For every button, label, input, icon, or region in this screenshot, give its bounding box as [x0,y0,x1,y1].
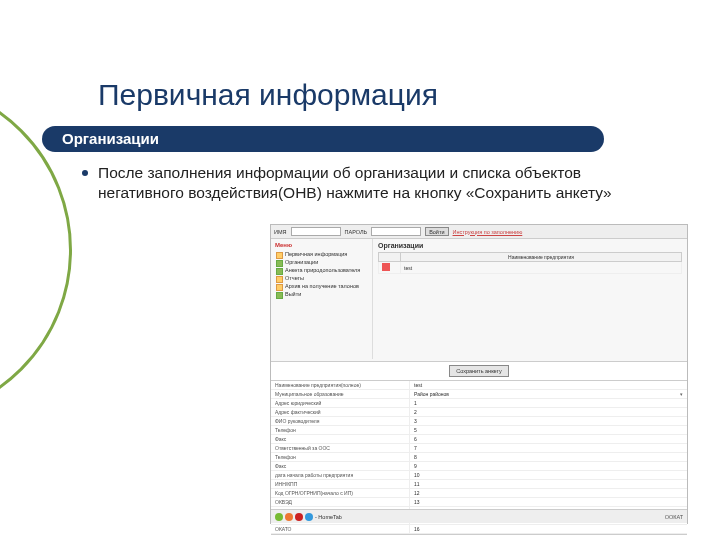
login-input[interactable] [291,227,341,236]
sidebar-menu: Меню Первичная информация Организации Ан… [271,239,373,359]
form-input[interactable]: test [409,381,687,389]
save-button[interactable]: Сохранить анкету [449,365,509,377]
login-label: ИМЯ [274,229,287,235]
form-input[interactable]: 11 [409,480,687,488]
org-table: Наименование предприятия test [378,252,682,274]
menu-title: Меню [275,242,368,248]
col-name: Наименование предприятия [401,253,682,262]
password-label: ПАРОЛЬ [345,229,368,235]
form-row: ОКВЭД13 [271,498,687,507]
form-label: ФИО руководителя [271,418,409,424]
form-label: Телефон [271,427,409,433]
form-row: Адрес фактический2 [271,408,687,417]
bullet-item: После заполнения информации об организац… [82,163,660,203]
menu-item[interactable]: Организации [275,258,368,266]
form-row: дата начала работы предприятия10 [271,471,687,480]
form-input[interactable]: 10 [409,471,687,479]
form-input[interactable]: 13 [409,498,687,506]
menu-item[interactable]: Отчеты [275,274,368,282]
browser-icon [275,513,283,521]
browser-icon [295,513,303,521]
form-row: Наименование предприятия(полное)test [271,381,687,390]
form-select[interactable]: Район районов [409,390,687,398]
form-input[interactable]: 8 [409,453,687,461]
form-row: ФИО руководителя3 [271,417,687,426]
form-input[interactable]: 9 [409,462,687,470]
form-label: Факс [271,463,409,469]
onv-section-title: Список объектов негативного воздействия … [271,534,687,540]
form-input[interactable]: 12 [409,489,687,497]
slide-title: Первичная информация [98,78,438,112]
form-input[interactable]: 5 [409,426,687,434]
form-label: ОКВЭД [271,499,409,505]
login-button[interactable]: Войти [425,227,448,236]
form-input[interactable]: 16 [409,525,687,533]
save-bar: Сохранить анкету [271,361,687,381]
form-input[interactable]: 7 [409,444,687,452]
form-label: ОКАТО [271,526,409,532]
form-label: ИНН/КПП [271,481,409,487]
form-row: Факс9 [271,462,687,471]
form-row: Код ОГРН/ОГРНИП(начало с ИП)12 [271,489,687,498]
bullet-dot-icon [82,170,88,176]
subtitle-bar: Организации [42,126,604,152]
form-label: Наименование предприятия(полное) [271,382,409,388]
col-icon [379,253,401,262]
form-input[interactable]: 3 [409,417,687,425]
footer-right-label: ООКАТ [665,514,683,520]
browser-icon [285,513,293,521]
form-label: Факс [271,436,409,442]
form-label: Адрес юридический [271,400,409,406]
menu-item[interactable]: Первичная информация [275,250,368,258]
bullet-text: После заполнения информации об организац… [98,163,660,203]
form-label: Телефон [271,454,409,460]
instruction-link[interactable]: Инструкция по заполнению [453,229,523,235]
form-label: Муниципальное образование [271,391,409,397]
form-row: Муниципальное образованиеРайон районов [271,390,687,399]
table-row[interactable]: test [379,262,682,274]
form-row: Ответственный за ООС7 [271,444,687,453]
embedded-screenshot: ИМЯ ПАРОЛЬ Войти Инструкция по заполнени… [270,224,688,524]
browser-icon [305,513,313,521]
row-icon [382,263,390,271]
form-input[interactable]: 2 [409,408,687,416]
subtitle-text: Организации [62,130,159,147]
form-row: Факс6 [271,435,687,444]
footer-tab-label: - HomeTab [315,514,342,520]
form-label: Ответственный за ООС [271,445,409,451]
form-row: Телефон8 [271,453,687,462]
form-label: Код ОГРН/ОГРНИП(начало с ИП) [271,490,409,496]
form-label: Адрес фактический [271,409,409,415]
form-input[interactable]: 6 [409,435,687,443]
form-row: Телефон5 [271,426,687,435]
form-label: дата начала работы предприятия [271,472,409,478]
menu-item[interactable]: Анкета природопользователя [275,266,368,274]
menu-item[interactable]: Выйти [275,290,368,298]
password-input[interactable] [371,227,421,236]
form-row: Адрес юридический1 [271,399,687,408]
form-input[interactable]: 1 [409,399,687,407]
menu-item[interactable]: Архив на получение талонов [275,282,368,290]
row-name: test [401,262,682,274]
app-footer: - HomeTab ООКАТ [271,509,687,523]
app-login-bar: ИМЯ ПАРОЛЬ Войти Инструкция по заполнени… [271,225,687,239]
form-row: ОКАТО16 [271,525,687,534]
content-title: Организации [378,242,682,249]
form-row: ИНН/КПП11 [271,480,687,489]
